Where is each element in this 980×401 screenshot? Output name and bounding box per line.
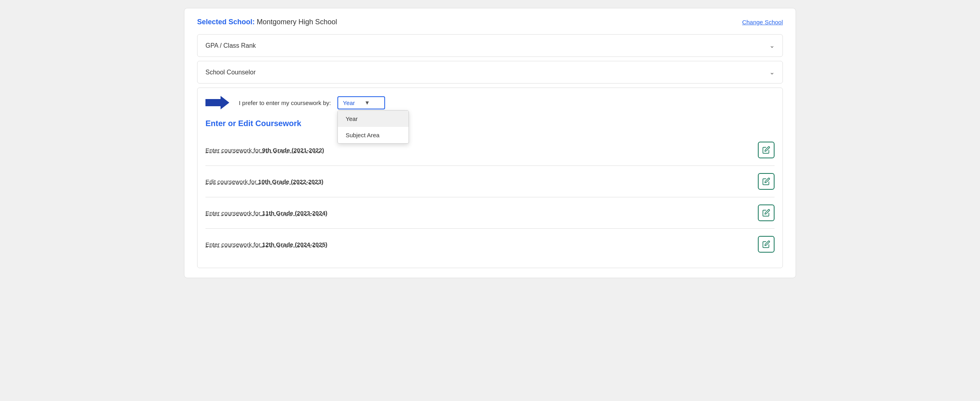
coursework-row-11th-text[interactable]: Enter coursework for 11th Grade (2023-20… — [205, 210, 327, 216]
chevron-down-icon-counselor: ⌄ — [769, 68, 775, 76]
coursework-row-9th: Enter coursework for 9th Grade (2021-202… — [205, 134, 775, 166]
edit-button-9th[interactable] — [758, 142, 775, 158]
dropdown-selected-value: Year — [343, 99, 355, 106]
coursework-grade-11th: 11th Grade (2023-2024) — [262, 210, 327, 216]
coursework-by-dropdown[interactable]: Year ▼ — [337, 96, 385, 109]
accordion-counselor-header[interactable]: School Counselor ⌄ — [198, 61, 782, 83]
section-title: Enter or Edit Coursework — [205, 119, 775, 128]
chevron-down-icon: ⌄ — [769, 42, 775, 49]
page-container: Selected School: Montgomery High School … — [184, 8, 796, 278]
dropdown-option-subject-area[interactable]: Subject Area — [338, 127, 409, 143]
selected-school-label: Selected School: Montgomery High School — [197, 18, 337, 26]
coursework-row-12th: Enter coursework for 12th Grade (2024-20… — [205, 229, 775, 260]
prefer-row: I prefer to enter my coursework by: Year… — [205, 96, 775, 109]
blue-arrow-indicator — [205, 96, 229, 109]
edit-icon-12th — [762, 240, 770, 248]
dropdown-arrow-icon: ▼ — [364, 99, 370, 106]
edit-button-12th[interactable] — [758, 236, 775, 253]
accordion-gpa-header[interactable]: GPA / Class Rank ⌄ — [198, 35, 782, 56]
coursework-row-10th-text[interactable]: Edit coursework for 10th Grade (2022-202… — [205, 178, 323, 185]
dropdown-option-year[interactable]: Year — [338, 111, 409, 127]
coursework-entry-section: I prefer to enter my coursework by: Year… — [197, 88, 783, 268]
header-row: Selected School: Montgomery High School … — [197, 18, 783, 26]
dropdown-menu: Year Subject Area — [337, 110, 409, 144]
coursework-row-12th-text[interactable]: Enter coursework for 12th Grade (2024-20… — [205, 241, 327, 248]
edit-icon-10th — [762, 177, 770, 185]
accordion-counselor: School Counselor ⌄ — [197, 61, 783, 84]
coursework-grade-9th: 9th Grade (2021-2022) — [262, 147, 324, 154]
edit-icon-11th — [762, 209, 770, 217]
edit-button-10th[interactable] — [758, 173, 775, 190]
edit-icon-9th — [762, 146, 770, 154]
coursework-row-10th: Edit coursework for 10th Grade (2022-202… — [205, 166, 775, 197]
school-name: Montgomery High School — [257, 18, 337, 26]
coursework-grade-10th: 10th Grade (2022-2023) — [258, 178, 323, 185]
edit-button-11th[interactable] — [758, 204, 775, 221]
change-school-link[interactable]: Change School — [742, 19, 783, 25]
coursework-grade-12th: 12th Grade (2024-2025) — [262, 241, 327, 248]
svg-marker-0 — [205, 96, 229, 109]
accordion-counselor-label: School Counselor — [205, 69, 256, 76]
selected-school-prefix: Selected School: — [197, 18, 255, 26]
accordion-gpa-label: GPA / Class Rank — [205, 42, 256, 49]
accordion-gpa: GPA / Class Rank ⌄ — [197, 34, 783, 57]
prefer-label: I prefer to enter my coursework by: — [239, 99, 331, 106]
coursework-by-dropdown-container: Year ▼ Year Subject Area — [337, 96, 385, 109]
coursework-row-11th: Enter coursework for 11th Grade (2023-20… — [205, 197, 775, 229]
coursework-row-9th-text[interactable]: Enter coursework for 9th Grade (2021-202… — [205, 147, 324, 154]
